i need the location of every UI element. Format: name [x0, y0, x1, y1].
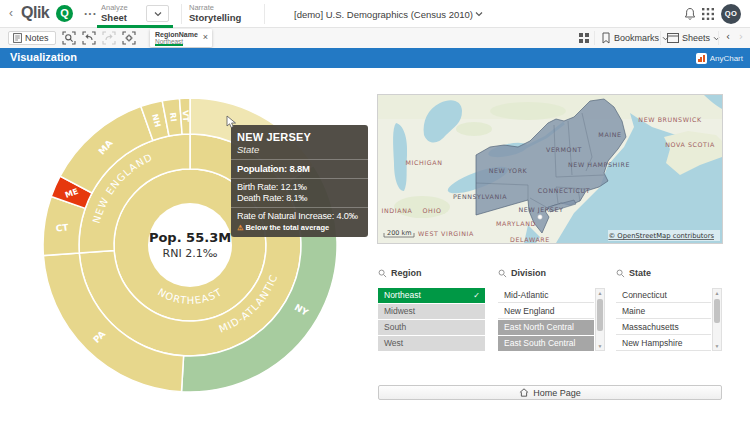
filter-item-massachusetts[interactable]: Massachusetts: [616, 320, 711, 335]
divider: [231, 207, 368, 208]
scroll-down-icon[interactable]: ▼: [713, 342, 721, 350]
filter-item-maine[interactable]: Maine: [616, 304, 711, 319]
anychart-watermark: AnyChart: [696, 53, 743, 64]
scroll-down-icon[interactable]: ▼: [596, 342, 604, 350]
bookmarks-label: Bookmarks: [614, 33, 659, 43]
filter-item-new-england[interactable]: New England: [498, 304, 594, 319]
sheet-icon: [667, 33, 679, 44]
warning-icon: ⚠: [237, 224, 243, 231]
scroll-up-icon[interactable]: ▲: [596, 289, 604, 297]
home-page-button[interactable]: Home Page: [378, 385, 722, 400]
filter-item-east-south-central[interactable]: East South Central: [498, 336, 594, 351]
selections-tool-icon[interactable]: [122, 31, 136, 45]
map-label: NEW HAMPSHIRE: [568, 161, 630, 168]
map-label: NOVA SCOTIA: [665, 141, 715, 148]
map-label: NEW YORK: [489, 167, 528, 174]
tooltip-warning: ⚠ Below the total average: [237, 223, 362, 232]
sunburst-center-rni: RNI 2.1‰: [163, 247, 218, 260]
back-chevron-icon[interactable]: ‹: [9, 6, 13, 20]
step-forward-selection-icon[interactable]: [102, 31, 116, 45]
app-title-chevron-icon[interactable]: [475, 11, 483, 17]
bookmark-icon: [601, 32, 611, 44]
anychart-label: AnyChart: [710, 54, 743, 63]
map-panel[interactable]: MICHIGANINDIANAOHIOWEST VIRGINIAPENNSYLV…: [377, 94, 723, 244]
divider: [231, 178, 368, 179]
sheet-objects-icon[interactable]: [578, 33, 592, 47]
tooltip-subtitle: State: [237, 144, 362, 155]
filter-list-division: DivisionMid-AtlanticNew EnglandEast Nort…: [498, 267, 605, 279]
filter-title: Region: [391, 268, 422, 278]
map-label: CONNECTICUT: [538, 187, 590, 194]
filter-item-south[interactable]: South: [378, 320, 485, 335]
map-label: VERMONT: [546, 146, 582, 153]
check-icon: ✓: [473, 288, 480, 303]
app-title[interactable]: [demo] U.S. Demographics (Census 2010): [294, 9, 473, 20]
app-grid-icon[interactable]: [702, 8, 714, 20]
map-label: OHIO: [423, 207, 442, 214]
anychart-logo-icon: [696, 53, 707, 64]
filter-item-new-hampshire[interactable]: New Hampshire: [616, 336, 711, 351]
sheet-title-bar: Visualization AnyChart: [0, 48, 750, 68]
tab-analyze-sheet[interactable]: Analyze Sheet: [101, 4, 128, 23]
filter-chip-field: RegionName: [155, 31, 198, 38]
chart-tooltip: NEW JERSEY State Population: 8.8M Birth …: [231, 125, 368, 237]
tab-narrate-storytelling[interactable]: Narrate Storytelling: [189, 4, 241, 23]
scrollbar-thumb[interactable]: [714, 299, 720, 323]
analyze-label: Analyze: [101, 4, 128, 12]
notes-button[interactable]: Notes: [8, 31, 56, 45]
map-label: MICHIGAN: [406, 159, 443, 166]
scrollbar-thumb[interactable]: [597, 299, 603, 331]
sunburst-state-label-CT: CT: [55, 222, 70, 234]
global-menu-button[interactable]: ...: [84, 4, 97, 18]
user-avatar[interactable]: QO: [721, 4, 741, 24]
tooltip-death-rate: Death Rate: 8.1‰: [237, 193, 362, 204]
scroll-up-icon[interactable]: ▲: [713, 289, 721, 297]
map-label: INDIANA: [382, 207, 413, 214]
sheets-button[interactable]: Sheets: [667, 31, 720, 45]
tooltip-title: NEW JERSEY: [237, 131, 362, 144]
scrollbar[interactable]: ▲ ▼: [712, 288, 722, 351]
bookmarks-button[interactable]: Bookmarks: [601, 31, 669, 45]
tooltip-population: Population: 8.8M: [237, 163, 362, 174]
top-bar: ‹ Qlik Q ... Analyze Sheet Narrate Story…: [0, 0, 750, 28]
previous-sheet-button[interactable]: ‹: [726, 30, 730, 44]
filter-chip-regionname[interactable]: RegionName Northeast ×: [150, 29, 212, 47]
divider: [181, 4, 182, 24]
filter-list-region: RegionNortheast✓MidwestSouthWest: [378, 267, 485, 279]
sunburst-chart[interactable]: NORTHEASTMID-ATLANTICNEW ENGLANDNYPACTME…: [0, 68, 380, 422]
filter-item-connecticut[interactable]: Connecticut: [616, 288, 711, 303]
smart-search-selection-icon[interactable]: [62, 31, 76, 45]
tooltip-rni: Rate of Natural Increase: 4.0‰: [237, 211, 362, 222]
sheet-title: Visualization: [10, 51, 77, 63]
next-sheet-button[interactable]: ›: [739, 30, 743, 44]
search-icon: [616, 269, 625, 278]
sheet-label: Sheet: [101, 12, 128, 23]
map-label: MAINE: [598, 131, 621, 138]
filter-item-west[interactable]: West: [378, 336, 485, 351]
filter-item-mid-atlantic[interactable]: Mid-Atlantic: [498, 288, 594, 303]
map-label: WEST VIRGINIA: [418, 230, 474, 237]
map-attribution[interactable]: © OpenStreetMap contributors: [608, 232, 714, 240]
notes-label: Notes: [25, 32, 49, 44]
sheet-dropdown-button[interactable]: [146, 5, 169, 22]
filter-chip-selection-bar: [155, 44, 183, 46]
qlik-sense-app: ‹ Qlik Q ... Analyze Sheet Narrate Story…: [0, 0, 750, 422]
filter-list-state: StateConnecticutMaineMassachusettsNew Ha…: [616, 267, 722, 279]
filter-item-northeast[interactable]: Northeast✓: [378, 288, 485, 303]
storytelling-label: Storytelling: [189, 12, 241, 23]
narrate-label: Narrate: [189, 4, 241, 12]
scrollbar[interactable]: ▲ ▼: [595, 288, 605, 351]
divider: [594, 31, 595, 45]
search-icon: [378, 269, 387, 278]
filter-item-midwest[interactable]: Midwest: [378, 304, 485, 319]
sunburst-state-label-VT: VT: [181, 110, 190, 122]
notifications-bell-icon[interactable]: [683, 7, 697, 21]
map-label: PENNSYLVANIA: [453, 193, 507, 200]
filter-item-east-north-central[interactable]: East North Central: [498, 320, 594, 335]
filter-header: State: [616, 267, 722, 279]
qlik-logo[interactable]: Qlik: [21, 4, 49, 22]
divider: [660, 31, 661, 45]
step-back-selection-icon[interactable]: [82, 31, 96, 45]
filter-title: State: [629, 268, 651, 278]
filter-chip-close-icon[interactable]: ×: [203, 33, 208, 42]
